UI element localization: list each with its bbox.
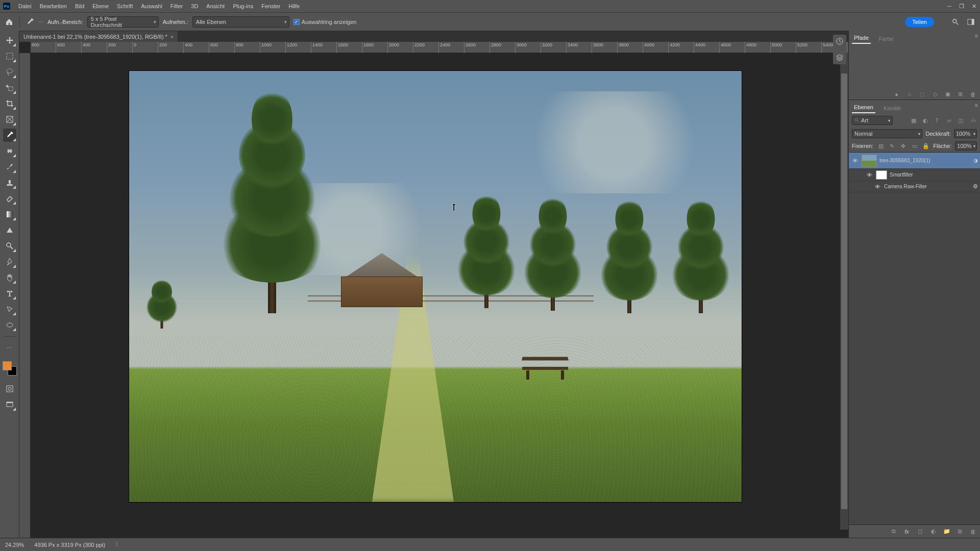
close-button[interactable]: ✕ xyxy=(968,0,980,12)
document-info[interactable]: 4936 Px x 3319 Px (300 ppi) xyxy=(34,542,105,548)
adjustment-layer-icon[interactable]: ◐ xyxy=(929,528,937,535)
fill-input[interactable]: 100% xyxy=(955,141,977,151)
canvas-viewport[interactable] xyxy=(31,53,840,530)
color-swatches[interactable] xyxy=(3,361,17,375)
quick-mask-mode[interactable] xyxy=(3,382,16,395)
menu-fenster[interactable]: Fenster xyxy=(257,0,284,12)
screen-mode[interactable] xyxy=(3,398,16,411)
menu-3d[interactable]: 3D xyxy=(187,0,202,12)
kanale-tab[interactable]: Kanäle xyxy=(881,103,903,113)
eraser-tool[interactable] xyxy=(3,192,16,205)
menu-bearbeiten[interactable]: Bearbeiten xyxy=(36,0,71,12)
ebenen-panel-menu-icon[interactable]: ≡ xyxy=(975,102,978,108)
menu-filter[interactable]: Filter xyxy=(166,0,187,12)
workspace-button[interactable] xyxy=(965,16,977,28)
foreground-color[interactable] xyxy=(3,361,12,370)
move-tool[interactable] xyxy=(3,34,16,47)
dodge-tool[interactable] xyxy=(3,239,16,253)
type-tool[interactable] xyxy=(3,287,16,300)
vertical-scrollbar[interactable] xyxy=(840,53,848,530)
home-button[interactable] xyxy=(3,16,15,28)
document-tab[interactable]: Unbenannt-1 bei 22,1% (tree-3095683_1920… xyxy=(19,31,178,42)
brush-tool[interactable] xyxy=(3,160,16,173)
frame-tool[interactable] xyxy=(3,113,16,126)
smartfilter-row[interactable]: 👁 Smartfilter xyxy=(849,169,980,181)
quick-selection-tool[interactable] xyxy=(3,81,16,94)
lock-all-icon[interactable]: 🔒 xyxy=(922,142,929,150)
path-selection-tool[interactable] xyxy=(3,303,16,316)
minimize-button[interactable]: ─ xyxy=(943,0,955,12)
layer-name[interactable]: tree-3095683_1920(1) xyxy=(879,158,930,163)
zoom-level[interactable]: 24.29% xyxy=(5,542,24,548)
canvas[interactable] xyxy=(129,71,742,502)
search-button[interactable] xyxy=(949,16,962,28)
layer-thumbnail[interactable] xyxy=(862,155,877,167)
lock-artboard-icon[interactable]: ▭ xyxy=(911,142,918,150)
smartfilter-mask-thumbnail[interactable] xyxy=(876,170,887,180)
camera-raw-filter-row[interactable]: 👁 Camera Raw-Filter ⚙ xyxy=(849,181,980,192)
layer-row[interactable]: 👁 tree-3095683_1920(1) ◑ xyxy=(849,153,980,169)
pfade-panel-menu-icon[interactable]: ≡ xyxy=(975,33,978,39)
add-mask-icon[interactable]: ▣ xyxy=(944,90,951,98)
clone-stamp-tool[interactable] xyxy=(3,176,16,189)
ebenen-tab[interactable]: Ebenen xyxy=(852,102,875,113)
delete-path-icon[interactable]: 🗑 xyxy=(969,90,977,98)
new-path-icon[interactable]: ⊞ xyxy=(957,90,964,98)
fill-path-icon[interactable]: ● xyxy=(893,90,900,98)
history-panel-icon[interactable] xyxy=(833,35,846,48)
menu-auswahl[interactable]: Auswahl xyxy=(137,0,166,12)
pfade-tab[interactable]: Pfade xyxy=(852,33,871,44)
stroke-path-icon[interactable]: ○ xyxy=(905,90,913,98)
new-layer-icon[interactable]: ⊞ xyxy=(956,528,964,535)
pen-tool[interactable] xyxy=(3,255,16,268)
path-to-selection-icon[interactable]: ◌ xyxy=(918,90,926,98)
status-arrow-icon[interactable]: 〉 xyxy=(115,541,121,548)
show-sampling-ring-checkbox[interactable]: ✓Auswahlring anzeigen xyxy=(293,19,357,25)
restore-button[interactable]: ❐ xyxy=(955,0,968,12)
menu-plugins[interactable]: Plug-ins xyxy=(229,0,257,12)
ellipse-tool[interactable] xyxy=(3,318,16,332)
filter-options-icon[interactable]: ⚙ xyxy=(973,183,978,190)
edit-toolbar[interactable]: ⋯ xyxy=(3,341,16,355)
layer-group-icon[interactable]: 📁 xyxy=(943,528,950,535)
share-button[interactable]: Teilen xyxy=(905,17,934,27)
link-layers-icon[interactable]: ⧉ xyxy=(890,528,897,535)
menu-schrift[interactable]: Schrift xyxy=(113,0,137,12)
selection-to-path-icon[interactable]: ◇ xyxy=(931,90,939,98)
blend-mode-dropdown[interactable]: Normal xyxy=(852,129,922,138)
libraries-panel-icon[interactable] xyxy=(833,51,846,64)
lock-position-icon[interactable]: ✥ xyxy=(899,142,907,150)
horizontal-ruler[interactable]: 8006004002000200400600800100012001400160… xyxy=(31,42,848,53)
lock-image-icon[interactable]: ✎ xyxy=(888,142,896,150)
filter-shape-icon[interactable]: ▱ xyxy=(945,117,952,124)
sample-dropdown[interactable]: Alle Ebenen xyxy=(192,16,289,28)
filter-adjustment-icon[interactable]: ◐ xyxy=(921,117,929,124)
healing-brush-tool[interactable] xyxy=(3,144,16,158)
lock-transparent-icon[interactable]: ▨ xyxy=(877,142,885,150)
menu-ebene[interactable]: Ebene xyxy=(88,0,113,12)
filter-smart-icon[interactable]: ◫ xyxy=(957,117,964,124)
eyedropper-tool[interactable] xyxy=(3,129,16,142)
layer-visibility-icon[interactable]: 👁 xyxy=(851,158,859,164)
layer-filter-dropdown[interactable]: Art ▾ xyxy=(852,116,893,125)
gradient-tool[interactable] xyxy=(3,208,16,221)
filter-type-icon[interactable]: T xyxy=(933,117,941,124)
smartfilter-visibility-icon[interactable]: 👁 xyxy=(865,172,873,178)
delete-layer-icon[interactable]: 🗑 xyxy=(969,528,977,535)
opacity-input[interactable]: 100% xyxy=(954,129,977,138)
crop-tool[interactable] xyxy=(3,97,16,110)
menu-datei[interactable]: Datei xyxy=(14,0,36,12)
eyedropper-tool-icon[interactable] xyxy=(24,16,36,28)
vertical-ruler[interactable] xyxy=(19,53,31,538)
layer-style-icon[interactable]: fx xyxy=(903,528,911,535)
close-tab-icon[interactable]: × xyxy=(170,34,174,40)
layer-mask-icon[interactable]: ◻ xyxy=(916,528,924,535)
lasso-tool[interactable] xyxy=(3,65,16,79)
filter-visibility-icon[interactable]: 👁 xyxy=(873,184,881,190)
filter-pixel-icon[interactable]: ▦ xyxy=(910,117,917,124)
filter-toggle-icon[interactable]: ⦵ xyxy=(969,117,977,124)
sample-size-dropdown[interactable]: 5 x 5 Pixel Durchschnitt xyxy=(87,16,159,28)
menu-hilfe[interactable]: Hilfe xyxy=(284,0,304,12)
menu-ansicht[interactable]: Ansicht xyxy=(202,0,229,12)
hand-tool[interactable] xyxy=(3,271,16,284)
